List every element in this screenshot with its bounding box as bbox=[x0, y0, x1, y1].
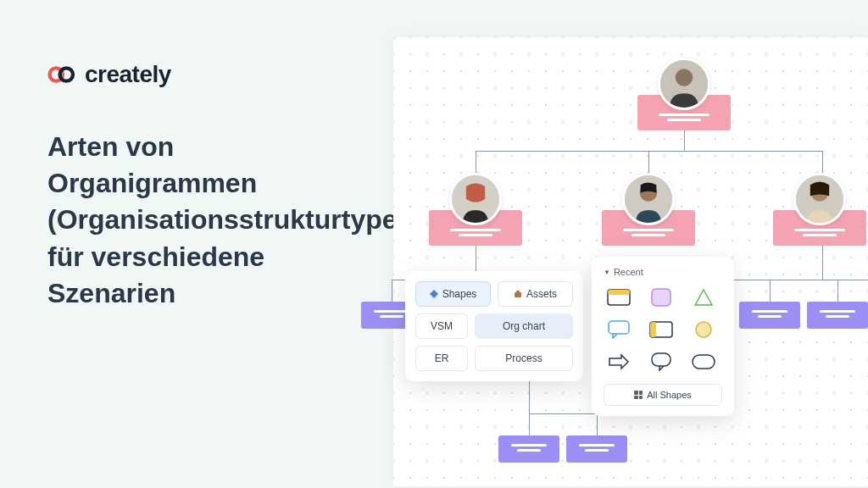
category-er[interactable]: ER bbox=[415, 346, 468, 371]
svg-rect-13 bbox=[608, 290, 630, 295]
connector bbox=[837, 280, 838, 302]
shape-rounded-rect-icon[interactable] bbox=[646, 286, 676, 309]
avatar bbox=[449, 173, 502, 225]
connector bbox=[770, 280, 771, 302]
org-node-leaf[interactable] bbox=[739, 302, 800, 329]
avatar bbox=[793, 173, 846, 225]
svg-rect-17 bbox=[650, 322, 656, 337]
category-process[interactable]: Process bbox=[475, 346, 573, 371]
svg-rect-15 bbox=[609, 321, 629, 334]
shape-arrow-icon[interactable] bbox=[604, 350, 634, 374]
org-card bbox=[498, 435, 559, 463]
org-card bbox=[739, 302, 800, 329]
recent-label[interactable]: Recent bbox=[604, 267, 722, 277]
svg-point-3 bbox=[676, 69, 693, 86]
category-label: Process bbox=[505, 352, 542, 364]
connector bbox=[529, 413, 530, 435]
avatar bbox=[658, 58, 710, 110]
svg-point-18 bbox=[696, 322, 711, 337]
svg-rect-10 bbox=[515, 292, 521, 297]
svg-rect-14 bbox=[652, 289, 670, 306]
avatar bbox=[622, 173, 675, 225]
org-node-leaf[interactable] bbox=[498, 435, 559, 463]
shape-header-box-icon[interactable] bbox=[604, 286, 634, 309]
svg-rect-11 bbox=[516, 291, 520, 292]
shape-chat-bubble-icon[interactable] bbox=[646, 350, 676, 374]
shape-pill-icon[interactable] bbox=[688, 350, 719, 374]
org-card bbox=[566, 435, 627, 463]
org-node-root[interactable] bbox=[637, 58, 731, 130]
org-node[interactable] bbox=[429, 173, 522, 246]
shape-grid bbox=[604, 286, 722, 374]
connector bbox=[392, 280, 392, 302]
category-label: VSM bbox=[431, 320, 453, 332]
shape-triangle-icon[interactable] bbox=[688, 286, 719, 309]
page-heading: Arten von Organigrammen (Organisationsst… bbox=[47, 129, 387, 312]
svg-rect-20 bbox=[693, 355, 715, 369]
org-card bbox=[807, 302, 868, 329]
shape-side-header-box-icon[interactable] bbox=[646, 318, 676, 341]
connector bbox=[822, 246, 823, 280]
connector bbox=[476, 151, 823, 152]
diamond-icon bbox=[430, 290, 438, 298]
brand-logo: creately bbox=[47, 61, 387, 88]
recent-shapes-panel: Recent All Shapes bbox=[592, 257, 734, 416]
creately-logo-icon bbox=[47, 63, 78, 86]
connector bbox=[684, 129, 685, 151]
org-node-leaf[interactable] bbox=[566, 435, 627, 463]
category-label: Org chart bbox=[503, 320, 545, 332]
tab-label: Assets bbox=[526, 288, 557, 300]
all-shapes-button[interactable]: All Shapes bbox=[604, 384, 722, 406]
tab-label: Shapes bbox=[442, 288, 477, 300]
category-vsm[interactable]: VSM bbox=[415, 313, 468, 339]
org-node-leaf[interactable] bbox=[807, 302, 868, 329]
brand-name: creately bbox=[85, 61, 171, 88]
category-label: ER bbox=[435, 352, 449, 364]
grid-icon bbox=[634, 391, 643, 399]
org-node[interactable] bbox=[773, 173, 866, 246]
diagram-canvas[interactable]: Shapes Assets VSM Org chart ER Process R… bbox=[393, 37, 868, 486]
shape-categories-panel: Shapes Assets VSM Org chart ER Process bbox=[405, 271, 583, 381]
connector bbox=[597, 413, 598, 435]
shape-speech-bubble-icon[interactable] bbox=[604, 318, 634, 341]
all-shapes-label: All Shapes bbox=[647, 390, 692, 400]
svg-rect-19 bbox=[652, 353, 670, 366]
tab-assets[interactable]: Assets bbox=[498, 281, 573, 307]
org-node[interactable] bbox=[602, 173, 695, 246]
shape-circle-icon[interactable] bbox=[688, 318, 719, 341]
tab-shapes[interactable]: Shapes bbox=[415, 281, 491, 307]
briefcase-icon bbox=[514, 290, 522, 298]
category-org-chart[interactable]: Org chart bbox=[475, 313, 573, 339]
